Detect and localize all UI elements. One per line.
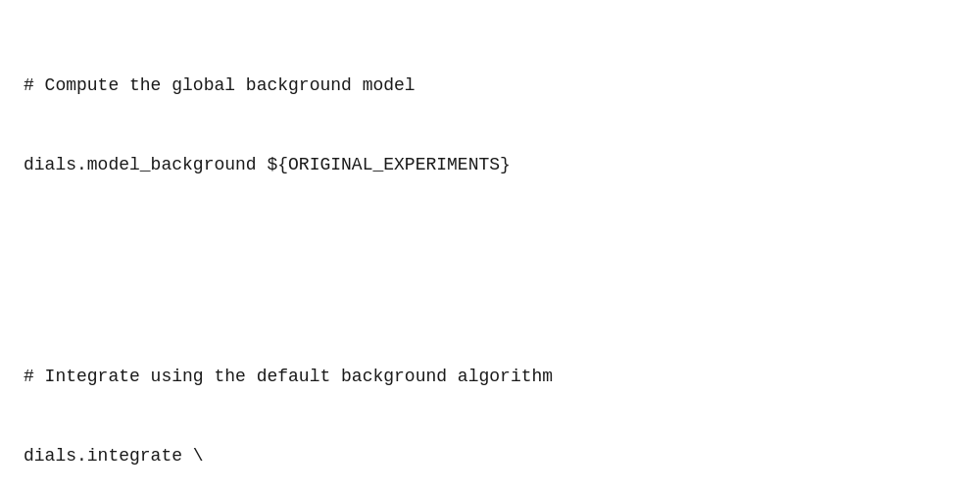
section2-line1: dials.integrate \	[24, 443, 956, 469]
code-container: # Compute the global background model di…	[24, 20, 956, 492]
section1-line1: dials.model_background ${ORIGINAL_EXPERI…	[24, 152, 956, 178]
section1-comment: # Compute the global background model	[24, 73, 956, 99]
section2-comment: # Integrate using the default background…	[24, 364, 956, 390]
spacer1	[24, 258, 956, 284]
